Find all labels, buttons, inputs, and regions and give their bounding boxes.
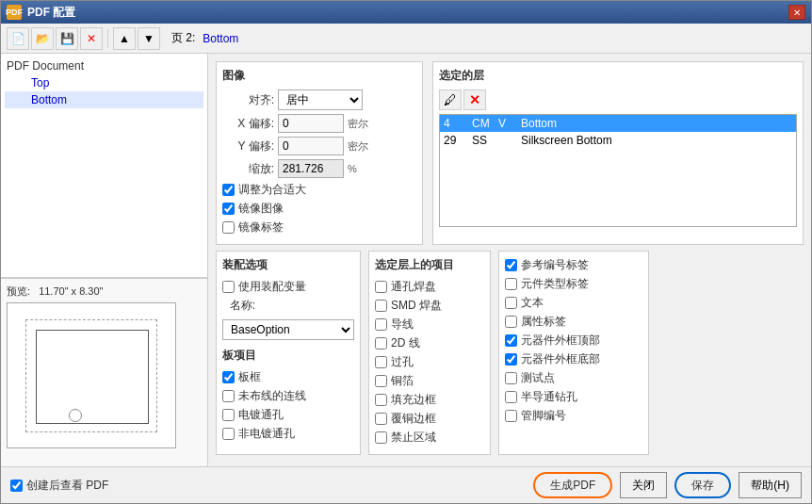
keepout-checkbox[interactable]: [375, 431, 387, 444]
tree-item-top[interactable]: Top: [5, 74, 203, 91]
line2d-checkbox[interactable]: [375, 337, 387, 350]
plated-checkbox[interactable]: [222, 409, 235, 421]
unrouted-checkbox[interactable]: [222, 390, 235, 402]
up-icon: ▲: [119, 32, 130, 45]
down-button[interactable]: ▼: [138, 27, 160, 50]
remove-layer-button[interactable]: ✕: [463, 89, 486, 110]
use-var-row: 使用装配变量: [222, 279, 354, 295]
main-content: PDF Document Top Bottom 预览: 11.70" x 8.3…: [1, 54, 811, 466]
generate-pdf-button[interactable]: 生成PDF: [533, 472, 612, 498]
save-button[interactable]: 💾: [56, 27, 78, 50]
fit-checkbox[interactable]: [222, 184, 235, 196]
tree-root: PDF Document: [5, 57, 203, 74]
trace-checkbox[interactable]: [375, 318, 387, 331]
via-label: 过孔: [391, 354, 414, 370]
fit-label: 调整为合适大: [238, 182, 306, 198]
copper-border-checkbox[interactable]: [375, 413, 387, 425]
create-pdf-checkbox[interactable]: [10, 480, 23, 492]
comp-top-checkbox[interactable]: [505, 334, 517, 347]
image-section: 图像 对齐: 居中 X 偏移: 密尔 Y 偏移:: [216, 61, 423, 245]
top-row: 图像 对齐: 居中 X 偏移: 密尔 Y 偏移:: [216, 61, 804, 245]
fill-border-checkbox[interactable]: [375, 394, 387, 406]
plated-label: 电镀通孔: [238, 407, 284, 423]
bottom-sections: 装配选项 使用装配变量 名称: BaseOption 板项目 板框: [216, 251, 804, 455]
test-point-checkbox[interactable]: [505, 372, 517, 384]
add-layer-button[interactable]: 🖊: [439, 89, 462, 110]
copper-label: 铜箔: [391, 373, 414, 389]
thru-pad-checkbox[interactable]: [375, 281, 387, 293]
scale-input[interactable]: [278, 159, 344, 178]
preview-rect: [36, 330, 149, 424]
create-pdf-check: 创建后查看 PDF: [10, 478, 108, 494]
use-var-label: 使用装配变量: [238, 279, 306, 295]
name-select[interactable]: BaseOption: [222, 319, 354, 340]
layer-row-0[interactable]: 4 CM V Bottom: [440, 115, 796, 132]
layer-row-1[interactable]: 29 SS Silkscreen Bottom: [440, 132, 796, 149]
comp-top-label: 元器件外框顶部: [521, 333, 600, 349]
via-checkbox[interactable]: [375, 356, 387, 368]
layers-title: 选定的层: [439, 68, 797, 84]
y-offset-row: Y 偏移: 密尔: [222, 137, 416, 155]
x-offset-row: X 偏移: 密尔: [222, 114, 416, 133]
close-button[interactable]: ✕: [788, 5, 805, 20]
save-icon: 💾: [60, 32, 74, 45]
pin-num-checkbox[interactable]: [505, 410, 517, 422]
semi-drill-row: 半导通钻孔: [505, 389, 642, 405]
preview-canvas: [7, 302, 176, 448]
y-offset-input[interactable]: [278, 137, 344, 155]
text-checkbox[interactable]: [505, 297, 517, 309]
via-row: 过孔: [375, 354, 484, 370]
layer-items-section: 选定层上的项目 通孔焊盘 SMD 焊盘 导线: [368, 251, 491, 455]
non-plated-checkbox[interactable]: [222, 428, 235, 440]
copper-border-row: 覆铜边框: [375, 411, 484, 427]
down-icon: ▼: [143, 32, 154, 45]
pin-num-label: 管脚编号: [521, 408, 566, 424]
open-button[interactable]: 📂: [31, 27, 54, 50]
mirror-image-checkbox[interactable]: [222, 203, 235, 215]
tree-item-bottom[interactable]: Bottom: [5, 91, 203, 108]
help-button[interactable]: 帮助(H): [739, 472, 802, 498]
remove-layer-icon: ✕: [469, 92, 480, 107]
close-dialog-button[interactable]: 关闭: [620, 472, 667, 498]
board-frame-checkbox[interactable]: [222, 371, 235, 383]
comp-bot-checkbox[interactable]: [505, 353, 517, 366]
layers-toolbar: 🖊 ✕: [439, 89, 797, 110]
toolbar: 📄 📂 💾 ✕ ▲ ▼ 页 2: Bottom: [1, 24, 811, 54]
copper-checkbox[interactable]: [375, 375, 387, 387]
delete-button[interactable]: ✕: [80, 27, 103, 50]
ref-label-checkbox[interactable]: [505, 259, 517, 271]
y-unit: 密尔: [348, 139, 368, 154]
create-pdf-label: 创建后查看 PDF: [26, 478, 108, 494]
smd-pad-checkbox[interactable]: [375, 300, 387, 312]
attr-label-checkbox[interactable]: [505, 316, 517, 328]
scale-label: 缩放:: [222, 161, 274, 177]
save-dialog-button[interactable]: 保存: [674, 472, 731, 498]
semi-drill-checkbox[interactable]: [505, 391, 517, 403]
non-plated-row: 非电镀通孔: [222, 426, 354, 442]
window-title: PDF 配置: [27, 5, 75, 21]
up-button[interactable]: ▲: [113, 27, 136, 50]
pin-num-row: 管脚编号: [505, 408, 642, 424]
title-controls: ✕: [788, 5, 805, 20]
mirror-image-row: 镜像图像: [222, 201, 416, 217]
name-row: 名称:: [222, 298, 354, 314]
new-button[interactable]: 📄: [7, 27, 29, 50]
comp-top-row: 元器件外框顶部: [505, 333, 642, 349]
footer: 创建后查看 PDF 生成PDF 关闭 保存 帮助(H): [1, 466, 811, 503]
title-bar-left: PDF PDF 配置: [7, 5, 75, 21]
x-offset-input[interactable]: [278, 114, 344, 133]
text-label: 文本: [521, 295, 544, 311]
preview-label: 预览: 11.70" x 8.30": [7, 285, 202, 299]
use-var-checkbox[interactable]: [222, 281, 235, 293]
comp-type-checkbox[interactable]: [505, 278, 517, 290]
align-select[interactable]: 居中: [278, 89, 363, 110]
mirror-label-label: 镜像标签: [238, 219, 284, 236]
unrouted-label: 未布线的连线: [238, 388, 306, 404]
board-frame-label: 板框: [238, 369, 261, 385]
layers-panel: 选定的层 🖊 ✕ 4 CM V B: [432, 61, 804, 245]
mirror-image-label: 镜像图像: [238, 201, 284, 217]
align-row: 对齐: 居中: [222, 89, 416, 110]
preview-circle: [69, 409, 82, 422]
assembly-section: 装配选项 使用装配变量 名称: BaseOption 板项目 板框: [216, 251, 361, 455]
mirror-label-checkbox[interactable]: [222, 221, 235, 234]
